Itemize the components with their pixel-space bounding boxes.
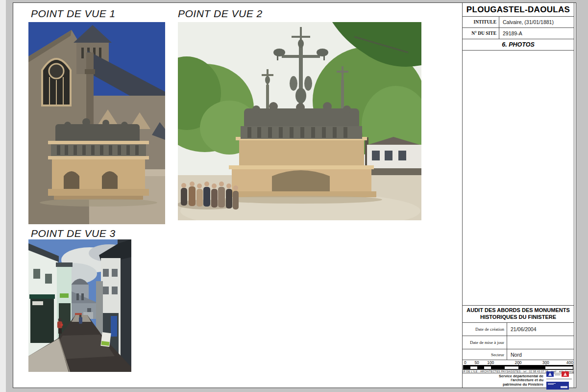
- update-date-label: Date de mise à jour: [463, 340, 507, 345]
- logos: [546, 371, 572, 390]
- audit-header-line2: HISTORIQUES DU FINISTERE: [480, 314, 556, 321]
- photo1-calvaire-church-illustration: [28, 22, 165, 224]
- intitule-value: Calvaire, (31/01/1881): [499, 17, 574, 27]
- creation-date-row: Date de création 21/06/2004: [463, 323, 574, 336]
- secteur-row: Secteur Nord: [463, 349, 574, 360]
- scale-bar: 0 50 100 200 300 400: [463, 360, 573, 369]
- scale-labels: 0 50 100 200 300 400: [463, 360, 573, 365]
- sheet-page: POINT DE VUE 1: [13, 2, 576, 388]
- photo3-street-illustration: [28, 239, 131, 372]
- title-block: PLOUGASTEL-DAOULAS INTITULE Calvaire, (3…: [462, 3, 574, 388]
- update-date-value: [507, 336, 574, 349]
- ministry-culture-logo: [546, 382, 569, 390]
- gov-logo-caption-icon: [555, 371, 561, 377]
- pov3-label: POINT DE VUE 3: [31, 228, 116, 239]
- secteur-label: Secteur: [463, 352, 507, 357]
- scale-label-400: 400: [566, 360, 573, 365]
- photo-pov1: [28, 22, 165, 224]
- site-title: PLOUGASTEL-DAOULAS: [463, 3, 574, 17]
- pov1-label: POINT DE VUE 1: [31, 8, 116, 20]
- site-number-value: 29189-A: [499, 28, 574, 39]
- photo-pov3: [28, 239, 131, 372]
- photo-pov2: [178, 22, 421, 220]
- audit-header: AUDIT DES ABORDS DES MONUMENTS HISTORIQU…: [463, 305, 574, 323]
- scale-label-0: 0: [464, 360, 466, 365]
- service-text: Service départemental de l'architecture …: [498, 374, 543, 387]
- creation-date-label: Date de création: [463, 327, 507, 332]
- intitule-row: INTITULE Calvaire, (31/01/1881): [463, 17, 574, 28]
- site-number-label: N° DU SITE: [463, 31, 499, 36]
- secteur-value: Nord: [507, 349, 574, 360]
- logo-box: Service départemental de l'architecture …: [463, 373, 574, 388]
- creation-date-value: 21/06/2004: [507, 323, 574, 336]
- photo2-calvaire-trees-illustration: [178, 22, 421, 220]
- gov-logo-red-icon: [562, 371, 569, 377]
- audit-header-line1: AUDIT DES ABORDS DES MONUMENTS: [466, 307, 569, 314]
- french-republic-logo: [546, 371, 572, 377]
- empty-panel: [463, 51, 574, 306]
- scale-label-50: 50: [474, 360, 479, 365]
- section-title: 6. PHOTOS: [463, 39, 574, 51]
- intitule-label: INTITULE: [463, 20, 499, 25]
- scan-edge: [0, 0, 6, 392]
- site-number-row: N° DU SITE 29189-A: [463, 28, 574, 39]
- gov-logo-small-text: [546, 378, 572, 381]
- pov2-label: POINT DE VUE 2: [178, 8, 263, 20]
- gov-logo-blue-icon: [546, 371, 554, 377]
- update-date-row: Date de mise à jour: [463, 336, 574, 349]
